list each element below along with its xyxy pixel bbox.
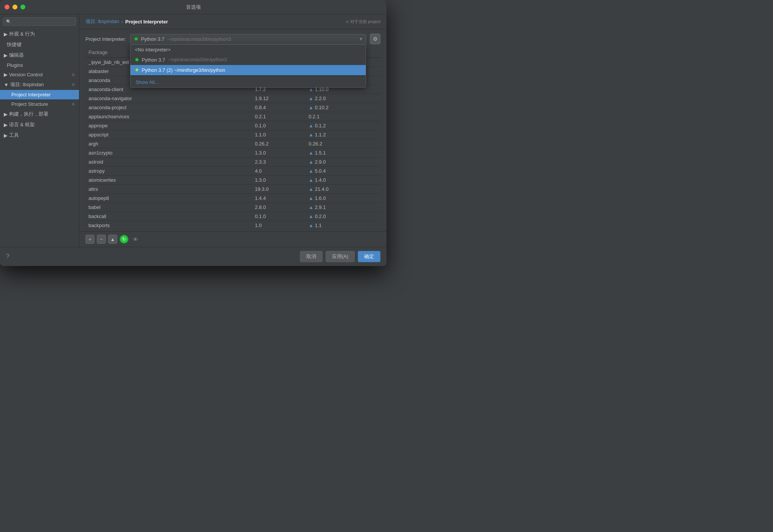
sidebar-item-languages[interactable]: ▶ 语言 & 框架 [0, 119, 79, 130]
table-row[interactable]: asn1crypto1.3.0▲ 1.5.1 [85, 148, 380, 158]
sidebar: 🔍 ▶ 外观 & 行为 快捷键 ▶ 编辑器 Plugins ▶ Version … [0, 14, 79, 247]
package-name: backports [85, 221, 252, 229]
sidebar-item-plugins[interactable]: Plugins [0, 60, 79, 70]
gear-button[interactable]: ⚙ [370, 34, 380, 44]
package-latest: ▲ 1.4.0 [306, 176, 380, 185]
table-row[interactable]: argh0.26.20.26.2 [85, 139, 380, 148]
package-latest: ▲ 1.1 [306, 221, 380, 229]
table-row[interactable]: backports1.0▲ 1.1 [85, 221, 380, 229]
package-name: applaunchservices [85, 112, 252, 121]
sidebar-item-project-interpreter[interactable]: Project Interpreter ⧉ [0, 90, 79, 99]
sidebar-item-shortcuts[interactable]: 快捷键 [0, 39, 79, 50]
sidebar-item-version-control[interactable]: ▶ Version Control ⧉ [0, 70, 79, 79]
table-row[interactable]: astropy4.0▲ 5.0.4 [85, 167, 380, 176]
table-row[interactable]: applaunchservices0.2.10.2.1 [85, 112, 380, 121]
copy-icon: ⧉ [72, 102, 75, 107]
sidebar-item-tools[interactable]: ▶ 工具 [0, 130, 79, 141]
package-version: 0.26.2 [252, 139, 306, 148]
package-name: anaconda-project [85, 103, 252, 112]
refresh-button[interactable]: ↻ [120, 235, 129, 244]
sidebar-item-appearance[interactable]: ▶ 外观 & 行为 [0, 29, 79, 39]
table-row[interactable]: attrs19.3.0▲ 21.4.0 [85, 185, 380, 194]
breadcrumb-project: 项目: lbspindan [85, 18, 119, 25]
ok-button[interactable]: 确定 [358, 251, 380, 262]
remove-package-button[interactable]: − [97, 235, 106, 244]
package-latest: ▲ 1.6.0 [306, 194, 380, 203]
upgrade-arrow-icon: ▲ [309, 132, 315, 138]
package-name: astropy [85, 167, 252, 176]
sidebar-item-label: Project Interpreter [11, 92, 51, 97]
interpreter-dropdown[interactable]: Python 3.7 ~/opt/anaconda3/bin/python3 [130, 34, 366, 44]
dropdown-option-show-all[interactable]: Show All... [130, 77, 366, 87]
upgrade-arrow-icon: ▲ [309, 223, 315, 228]
table-row[interactable]: appscript1.1.0▲ 1.1.2 [85, 130, 380, 139]
show-details-button[interactable]: 👁 [131, 235, 140, 244]
package-latest: ▲ 0.2.0 [306, 212, 380, 221]
package-latest: ▲ 5.0.4 [306, 167, 380, 176]
sidebar-item-label: Plugins [7, 62, 23, 68]
sidebar-item-project[interactable]: ▼ 项目: lbspindan ⧉ [0, 79, 79, 90]
cancel-button[interactable]: 取消 [300, 251, 323, 262]
table-row[interactable]: anaconda-project0.8.4▲ 0.10.2 [85, 103, 380, 112]
sidebar-item-build[interactable]: ▶ 构建，执行，部署 [0, 109, 79, 119]
option-path: ~/opt/anaconda3/bin/python3 [168, 57, 227, 62]
package-latest: ▲ 1.5.1 [306, 148, 380, 158]
upgrade-arrow-icon: ▲ [309, 177, 315, 183]
upgrade-arrow-icon: ▲ [309, 213, 315, 219]
package-name: atomicwrites [85, 176, 252, 185]
package-version: 19.3.0 [252, 185, 306, 194]
upgrade-arrow-icon: ▲ [309, 123, 315, 128]
breadcrumb-separator: › [121, 19, 123, 25]
table-row[interactable]: backcall0.1.0▲ 0.2.0 [85, 212, 380, 221]
search-box[interactable]: 🔍 [3, 17, 76, 26]
content-area: 项目: lbspindan › Project Interpreter ⊙ 对于… [79, 14, 386, 247]
sidebar-item-label: 项目: lbspindan [10, 81, 44, 88]
search-input[interactable] [13, 19, 73, 24]
green-dot-icon [135, 58, 139, 62]
upgrade-package-button[interactable]: ▲ [108, 235, 117, 244]
chevron-right-icon: ▶ [4, 122, 8, 128]
bottom-toolbar: + − ▲ ↻ 👁 [79, 231, 386, 247]
green-status-dot [134, 37, 138, 41]
minimize-button[interactable] [12, 5, 17, 9]
eye-icon: 👁 [133, 236, 138, 243]
sidebar-item-project-structure[interactable]: Project Structure ⧉ [0, 99, 79, 109]
maximize-button[interactable] [20, 5, 25, 9]
sidebar-item-label: 外观 & 行为 [9, 31, 35, 37]
sidebar-item-label: 快捷键 [7, 41, 22, 48]
table-row[interactable]: astroid2.3.3▲ 2.9.0 [85, 158, 380, 167]
close-button[interactable] [5, 5, 9, 9]
package-latest: ▲ 2.2.0 [306, 94, 380, 103]
table-row[interactable]: anaconda-navigator1.9.12▲ 2.2.0 [85, 94, 380, 103]
option-label: Python 3.7 [142, 57, 165, 63]
package-version: 1.9.12 [252, 94, 306, 103]
titlebar: 首选项 [0, 0, 386, 14]
interpreter-dropdown-menu: <No interpreter> Python 3.7 ~/opt/anacon… [130, 44, 366, 88]
show-all-label: Show All... [136, 79, 159, 85]
package-latest: ▲ 2.9.0 [306, 158, 380, 167]
table-row[interactable]: babel2.8.0▲ 2.9.1 [85, 203, 380, 212]
package-version: 0.1.0 [252, 121, 306, 130]
table-row[interactable]: atomicwrites1.3.0▲ 1.4.0 [85, 176, 380, 185]
package-name: astroid [85, 158, 252, 167]
dropdown-divider [130, 76, 366, 76]
package-version: 1.1.0 [252, 130, 306, 139]
table-row[interactable]: autopep81.4.4▲ 1.6.0 [85, 194, 380, 203]
interpreter-selected-name: Python 3.7 [141, 36, 165, 42]
dropdown-option-python37-miniforge[interactable]: Python 3.7 (2) ~/miniforge3/bin/python [130, 65, 366, 75]
sidebar-item-editor[interactable]: ▶ 编辑器 [0, 50, 79, 60]
table-row[interactable]: appnope0.1.0▲ 0.1.2 [85, 121, 380, 130]
upgrade-arrow-icon: ▲ [309, 159, 315, 165]
dropdown-option-no-interpreter[interactable]: <No interpreter> [130, 45, 366, 55]
chevron-down-icon: ▼ [4, 82, 9, 88]
package-version: 1.3.0 [252, 148, 306, 158]
dropdown-option-python37-anaconda[interactable]: Python 3.7 ~/opt/anaconda3/bin/python3 [130, 55, 366, 65]
package-name: babel [85, 203, 252, 212]
footer-actions: 取消 应用(A) 确定 [300, 251, 380, 262]
upgrade-arrow-icon: ▲ [309, 195, 315, 201]
sidebar-item-label: 语言 & 框架 [9, 121, 35, 128]
add-package-button[interactable]: + [85, 235, 95, 244]
package-latest: ▲ 2.9.1 [306, 203, 380, 212]
apply-button[interactable]: 应用(A) [326, 251, 355, 262]
help-button[interactable]: ? [6, 253, 9, 260]
